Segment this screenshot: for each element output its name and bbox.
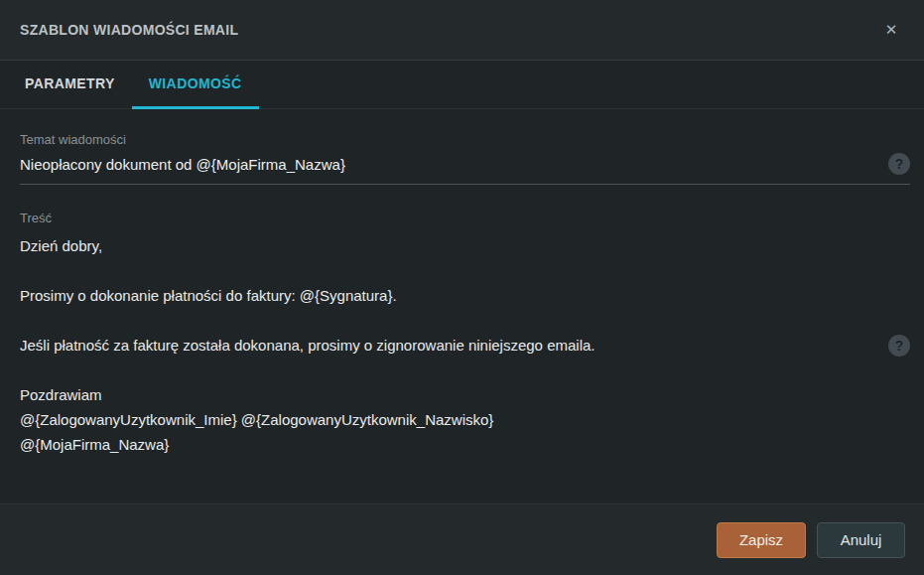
tab-panel-wiadomosc: Temat wiadomości ? Treść Dzień dobry, Pr… (0, 109, 924, 504)
body-input-row: Dzień dobry, Prosimy o dokonanie płatnoś… (20, 233, 910, 457)
dialog-title: SZABLON WIADOMOŚCI EMAIL (20, 22, 238, 38)
cancel-button[interactable]: Anuluj (817, 522, 905, 558)
tab-parametry[interactable]: PARAMETRY (8, 61, 132, 109)
save-button[interactable]: Zapisz (717, 522, 806, 558)
email-template-dialog: SZABLON WIADOMOŚCI EMAIL ✕ PARAMETRY WIA… (0, 0, 924, 575)
dialog-footer: Zapisz Anuluj (0, 504, 924, 575)
tab-wiadomosc[interactable]: WIADOMOŚĆ (132, 61, 259, 109)
body-field: Treść Dzień dobry, Prosimy o dokonanie p… (20, 211, 910, 457)
body-label: Treść (20, 211, 910, 226)
body-help-icon[interactable]: ? (888, 335, 910, 357)
dialog-header: SZABLON WIADOMOŚCI EMAIL ✕ (0, 0, 924, 61)
subject-label: Temat wiadomości (20, 132, 910, 148)
close-icon[interactable]: ✕ (878, 17, 904, 43)
subject-input[interactable] (20, 156, 876, 173)
tab-bar: PARAMETRY WIADOMOŚĆ (0, 61, 924, 109)
subject-help-icon[interactable]: ? (888, 153, 910, 175)
subject-field: Temat wiadomości ? (20, 132, 910, 185)
subject-input-row: ? (20, 148, 910, 185)
body-textarea[interactable]: Dzień dobry, Prosimy o dokonanie płatnoś… (20, 233, 876, 457)
